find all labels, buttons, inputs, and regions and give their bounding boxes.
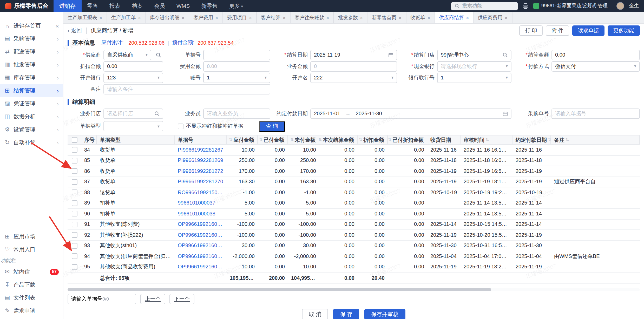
row-checkbox[interactable] <box>71 264 77 270</box>
close-icon[interactable]: × <box>360 15 363 21</box>
table-row[interactable]: 84收货单PI9966199228126710.000.0010.000.000… <box>68 145 640 155</box>
doc-link[interactable]: OP99661992160188 <box>175 219 227 230</box>
nav-item-更多[interactable]: 更多▾ <box>223 0 249 12</box>
settle-date-input[interactable]: 2025-11-19 <box>310 50 397 60</box>
doc-type-select[interactable]: ▾ <box>103 121 163 131</box>
business-store-input[interactable]: 请选择门店 <box>103 108 163 119</box>
discount-amount-input[interactable]: 0.00 <box>103 61 163 71</box>
bank-code-select[interactable]: 1 ▾ <box>437 72 511 83</box>
sidebar-item[interactable]: ⌂进销存首页« <box>0 19 63 32</box>
column-header-audit_time[interactable]: 审核时间⇅ <box>461 135 512 144</box>
sort-icon[interactable]: ⇅ <box>229 135 232 144</box>
print-button[interactable]: 打 印 <box>520 25 543 36</box>
hide-reversed-checkbox[interactable] <box>178 123 183 129</box>
sort-icon[interactable]: ⇅ <box>388 135 391 144</box>
sidebar-item[interactable]: ⊞结算管理› <box>0 84 63 97</box>
row-checkbox[interactable] <box>71 232 77 238</box>
doc-link[interactable]: PI99661992281267 <box>175 145 227 155</box>
table-row[interactable]: 92其他收支(补损222)OP99661992160192-100.000.00… <box>68 230 640 241</box>
account-select[interactable]: 1 ▾ <box>203 72 270 83</box>
nav-item-会员[interactable]: 会员 <box>148 0 171 12</box>
table-row[interactable]: 94其他收支(供应商筐筐押金(归还))OP99661992160213-2,00… <box>68 251 640 262</box>
save-and-audit-button[interactable]: 保存并审核 <box>364 309 405 319</box>
sidebar-item[interactable]: ▤文件列表 <box>0 291 63 304</box>
due-date-range-input[interactable]: 2025-11-01 → 2025-11-30 <box>310 108 511 119</box>
fee-amount-input[interactable]: 0.00 <box>203 61 270 71</box>
sidebar-item[interactable]: ⊞应用市场 <box>0 230 63 243</box>
tab-收货单[interactable]: 收货单× <box>406 12 435 23</box>
close-icon[interactable]: × <box>138 15 141 21</box>
row-checkbox[interactable] <box>71 158 77 164</box>
account-name-select[interactable]: 222 ▾ <box>310 72 397 83</box>
sort-icon[interactable]: ⇅ <box>259 135 262 144</box>
sidebar-item[interactable]: ▤采购管理› <box>0 32 63 45</box>
sidebar-item[interactable]: ↧产品下载 <box>0 278 63 291</box>
table-row[interactable]: 93其他收支(sth01)OP9966199216021030.000.0030… <box>68 241 640 251</box>
tab-新零售首页[interactable]: 新零售首页× <box>368 12 406 23</box>
tab-供应商结算[interactable]: 供应商结算× <box>435 12 474 23</box>
remark-input[interactable]: 请输入备注 <box>103 84 270 94</box>
sidebar-item[interactable]: ◫数据分析› <box>0 110 63 123</box>
sort-icon[interactable]: ⇅ <box>566 135 569 144</box>
sidebar-item[interactable]: ↻自动补货› <box>0 136 63 149</box>
sort-icon[interactable]: ⇅ <box>290 135 294 144</box>
tab-客户结算[interactable]: 客户结算× <box>257 12 290 23</box>
column-header-paid_discount[interactable]: ⇅已付折扣金额 <box>388 135 427 144</box>
table-row[interactable]: 89扣补单9966101000037-5.000.00-5.000.000.00… <box>68 198 640 209</box>
doc-link[interactable]: PI99661992281272 <box>175 166 227 177</box>
close-icon[interactable]: × <box>282 15 286 21</box>
tab-生产加工单[interactable]: 生产加工单× <box>107 12 146 23</box>
cash-bank-select[interactable]: 请选择现金银行 ▾ <box>437 61 511 71</box>
column-header-due_date[interactable]: 约定付款日期⇅ <box>512 135 551 144</box>
tab-批发参数[interactable]: 批发参数× <box>334 12 368 23</box>
close-icon[interactable]: × <box>249 15 252 21</box>
column-header-remark[interactable]: 备注⇅ <box>551 135 640 144</box>
purchase-no-input[interactable]: 请输入单据号 <box>551 108 640 119</box>
row-checkbox[interactable] <box>71 190 77 195</box>
doc-link[interactable]: 9966101000037 <box>175 198 227 208</box>
more-functions-button[interactable]: 更多功能 <box>608 25 640 36</box>
sidebar-item[interactable]: ▥批发管理› <box>0 58 63 71</box>
tab-生产加工报表[interactable]: 生产加工报表× <box>63 12 107 23</box>
doc-link[interactable]: PI99661992281270 <box>175 177 227 187</box>
sort-icon[interactable]: ⇅ <box>548 135 551 144</box>
close-icon[interactable]: × <box>181 15 185 21</box>
tab-客户费用[interactable]: 客户费用× <box>189 12 223 23</box>
close-icon[interactable]: × <box>215 15 218 21</box>
doc-link[interactable]: OP99661992160192 <box>175 230 227 240</box>
column-header-settle[interactable]: ⇅本次结算金额 <box>319 135 358 144</box>
row-checkbox[interactable] <box>71 200 77 206</box>
table-row[interactable]: 91其他收支(陈列费)OP99661992160188-100.000.00-1… <box>68 219 640 230</box>
avatar[interactable] <box>616 2 624 10</box>
doc-link[interactable]: 9966101000038 <box>175 209 227 219</box>
table-row[interactable]: 87收货单PI99661992281270163.300.00163.300.0… <box>68 177 640 187</box>
store-selector[interactable]: 99661-新界面果蔬版测试-管理... <box>534 3 612 9</box>
sidebar-item[interactable]: ♡常用入口 <box>0 243 63 256</box>
table-row[interactable]: 88退货单RO99661992150110-1.000.00-1.000.000… <box>68 187 640 198</box>
column-header-paid[interactable]: ⇅已付金额 <box>258 135 288 144</box>
back-button[interactable]: ‹ 返回 <box>68 27 82 34</box>
attachment-button[interactable]: 附 件 <box>546 25 569 36</box>
table-row[interactable]: 90扣补单99661010000385.000.005.000.000.000.… <box>68 209 640 219</box>
row-checkbox[interactable] <box>71 243 77 249</box>
settle-store-input[interactable]: 99|管理中心 <box>437 50 511 60</box>
column-header-recv_date[interactable]: 收货日期 <box>427 135 461 144</box>
select-all-checkbox[interactable] <box>71 137 77 143</box>
doc-no-input[interactable] <box>203 50 270 60</box>
business-amount-input[interactable]: 0 <box>310 61 397 71</box>
cancel-button[interactable]: 取 消 <box>302 309 328 319</box>
scrollbar-thumb[interactable] <box>68 288 491 291</box>
sidebar-item[interactable]: ▨凭证管理› <box>0 97 63 110</box>
locate-doc-input[interactable]: 请输入单据号 0/0 <box>68 294 136 304</box>
table-row[interactable]: 85收货单PI99661992281269250.000.00250.000.0… <box>68 155 640 166</box>
horizontal-scrollbar[interactable] <box>68 288 640 291</box>
read-document-button[interactable]: 读取单据 <box>572 25 604 36</box>
close-icon[interactable]: × <box>399 15 402 21</box>
next-button[interactable]: 下一个 <box>169 294 194 304</box>
close-icon[interactable]: × <box>427 15 430 21</box>
sort-icon[interactable]: ⇅ <box>485 135 489 144</box>
row-checkbox[interactable] <box>71 168 77 174</box>
row-checkbox[interactable] <box>71 211 77 217</box>
tab-供应商费用[interactable]: 供应商费用× <box>474 12 512 23</box>
nav-item-零售[interactable]: 零售 <box>81 0 104 12</box>
